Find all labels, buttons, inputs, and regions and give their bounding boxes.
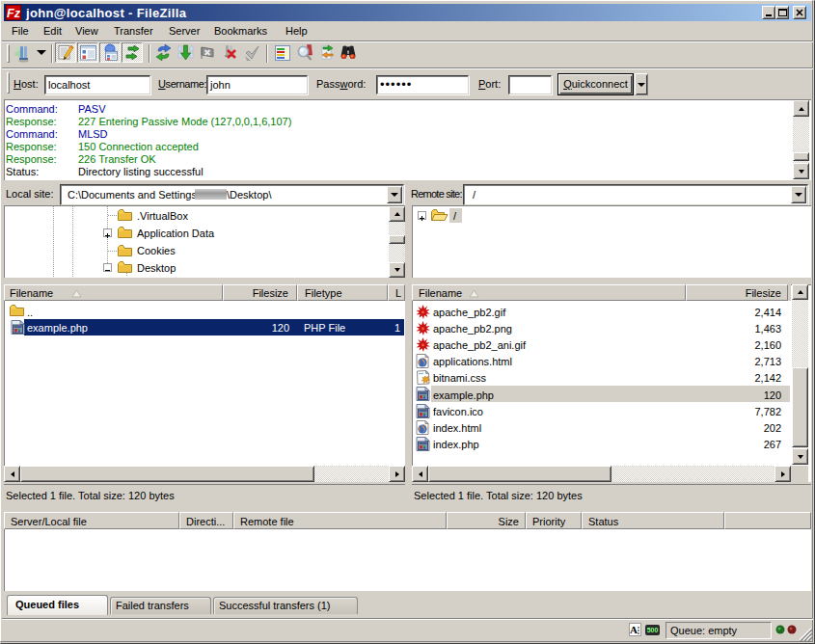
svg-text:A: A [630,624,638,635]
svg-text:Fz: Fz [7,7,20,19]
